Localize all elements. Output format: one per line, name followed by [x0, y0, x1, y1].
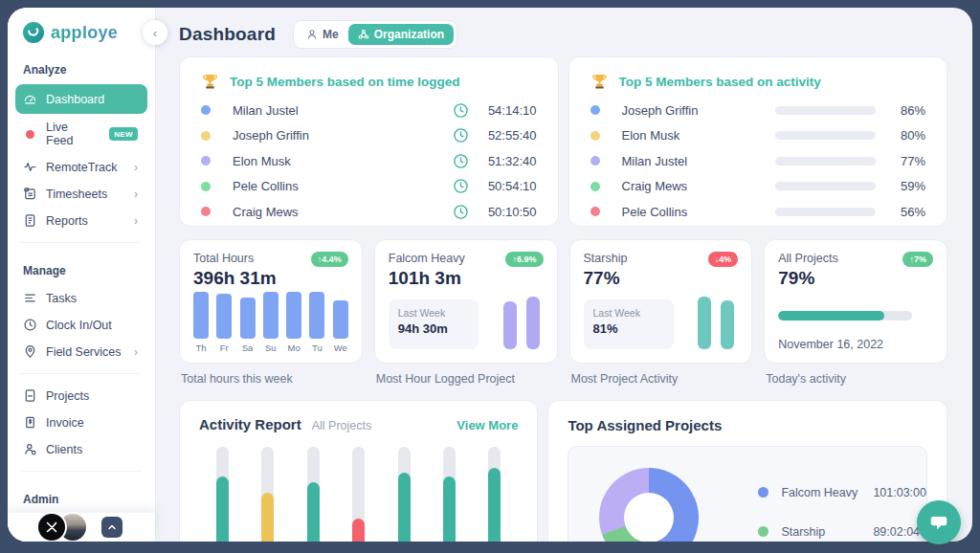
bar-label: Th: [195, 343, 206, 353]
sidebar-item-projects[interactable]: Projects: [15, 383, 147, 409]
stat-value: 396h 31m: [193, 268, 277, 289]
toggle-organization-button[interactable]: Organization: [348, 24, 454, 45]
card-most-activity-project: Starship 77% ↓4% Last Week 81%: [569, 239, 753, 364]
chevron-up-button[interactable]: [101, 517, 122, 538]
member-activity-row: Elon Musk 80%: [590, 123, 926, 149]
stat-date: November 16, 2022: [778, 338, 883, 351]
x-logo-icon: [44, 520, 59, 535]
logo-wordmark: apploye: [51, 23, 118, 43]
new-badge: NEW: [109, 127, 138, 141]
member-name: Joseph Griffin: [233, 128, 309, 143]
sidebar-item-label: Tasks: [46, 292, 77, 305]
sidebar-collapse-button[interactable]: ‹: [143, 20, 167, 45]
bar-track: [307, 447, 320, 542]
time-logged-value: 52:55:40: [481, 128, 537, 143]
member-activity-row: Craig Mews 59%: [590, 174, 926, 200]
stat-value: 79%: [778, 268, 838, 289]
legend-label: Falcom Heavy: [781, 486, 873, 499]
member-activity-row: Milan Justel 77%: [590, 148, 926, 174]
member-name: Milan Justel: [233, 103, 299, 118]
card-todays-activity: All Projects 79% ↑7% November 16, 2022: [764, 239, 947, 364]
card-top-assigned-projects: Top Assigned Projects Falcom Heavy 101:0…: [547, 400, 947, 542]
sidebar-item-label: Timesheets: [46, 188, 107, 201]
sidebar-item-label: Clients: [46, 443, 82, 456]
sidebar-item-clock-in-out[interactable]: Clock In/Out: [15, 312, 147, 338]
member-dot: [590, 156, 600, 166]
sidebar: apploye Analyze Dashboard Live Feed NEW …: [8, 8, 156, 542]
workspace-avatar[interactable]: [36, 512, 67, 542]
bar: [721, 300, 734, 349]
sidebar-item-label: Field Services: [46, 345, 122, 359]
dashboard-icon: [23, 92, 37, 106]
stat-caption: Most Project Activity: [569, 372, 753, 386]
sidebar-item-label: Clock In/Out: [46, 319, 112, 332]
trend-badge: ↓4%: [708, 252, 739, 267]
last-week-value: 81%: [593, 321, 664, 336]
bar-fill: [352, 519, 365, 542]
section-label-admin: Admin: [8, 480, 155, 513]
sidebar-item-tasks[interactable]: Tasks: [15, 285, 147, 311]
chat-button[interactable]: [917, 500, 961, 544]
stat-title: Falcom Heavy: [389, 252, 465, 265]
bar-column: Sa: [240, 298, 256, 353]
bar: [240, 298, 256, 339]
bar-column: Mo: [286, 292, 301, 353]
legend-dot: [758, 526, 768, 537]
sidebar-footer: [8, 513, 155, 542]
activity-bar-track: [775, 131, 876, 140]
projects-panel: Falcom Heavy 101:03:00 Starship 89:02:04: [568, 446, 927, 542]
activity-percent: 80%: [891, 128, 925, 143]
trend-badge: ↑7%: [902, 252, 933, 267]
sidebar-item-invoice[interactable]: Invoice: [15, 409, 147, 435]
activity-bar-track: [775, 157, 876, 166]
page-title: Dashboard: [179, 24, 276, 45]
toggle-me-button[interactable]: Me: [297, 24, 348, 45]
toggle-me-label: Me: [323, 28, 339, 41]
bar-label: Mo: [288, 343, 301, 353]
logo: apploye: [8, 8, 155, 51]
activity-bar-track: [775, 182, 876, 190]
sidebar-item-timesheets[interactable]: Timesheets ›: [15, 181, 147, 207]
activity-bar-track: [775, 208, 876, 216]
bar: [286, 292, 301, 339]
bar-track: [398, 447, 411, 542]
legend-value: 89:02:04: [873, 525, 920, 539]
sidebar-item-label: Reports: [46, 214, 88, 228]
sidebar-item-clients[interactable]: Clients: [15, 436, 147, 462]
sidebar-item-label: Projects: [46, 389, 89, 403]
bar-track: [443, 447, 456, 542]
activity-percent: 56%: [891, 205, 925, 219]
member-dot: [201, 105, 211, 115]
sidebar-item-remotetrack[interactable]: RemoteTrack ›: [15, 154, 147, 180]
chevron-up-icon: [107, 522, 117, 532]
member-time-row: Milan Justel 54:14:10: [201, 98, 537, 123]
clients-icon: [23, 442, 37, 456]
card-title: Top 5 Members based on time logged: [230, 75, 460, 89]
sidebar-item-reports[interactable]: Reports ›: [15, 208, 147, 233]
bar-track: [488, 447, 501, 542]
legend-item: Falcom Heavy 101:03:00: [758, 473, 926, 512]
member-name: Craig Mews: [622, 179, 688, 193]
member-name: Milan Justel: [622, 154, 688, 168]
bar-label: Tu: [312, 343, 323, 353]
sidebar-item-field-services[interactable]: Field Services ›: [15, 339, 147, 365]
timesheet-icon: [23, 187, 37, 201]
bar: [309, 292, 324, 339]
view-more-link[interactable]: View More: [457, 418, 518, 432]
bar-column: We: [333, 300, 348, 353]
bar-column: Tu: [309, 292, 324, 353]
bar-column: Su: [263, 292, 278, 353]
sidebar-item-dashboard[interactable]: Dashboard: [15, 84, 147, 114]
clock-icon: [453, 127, 469, 144]
sidebar-item-live-feed[interactable]: Live Feed NEW: [15, 115, 147, 153]
me-organization-toggle: Me Organization: [293, 20, 457, 49]
card-title: Activity Report: [199, 416, 301, 432]
trophy-icon: [590, 73, 609, 91]
bar: [503, 301, 517, 349]
projects-filter[interactable]: All Projects: [312, 419, 372, 432]
clock-icon: [453, 102, 469, 119]
topbar: Dashboard Me Organization: [156, 8, 972, 49]
stat-caption: Today's activity: [764, 372, 947, 386]
bar-fill: [261, 493, 274, 542]
organization-icon: [358, 29, 369, 40]
